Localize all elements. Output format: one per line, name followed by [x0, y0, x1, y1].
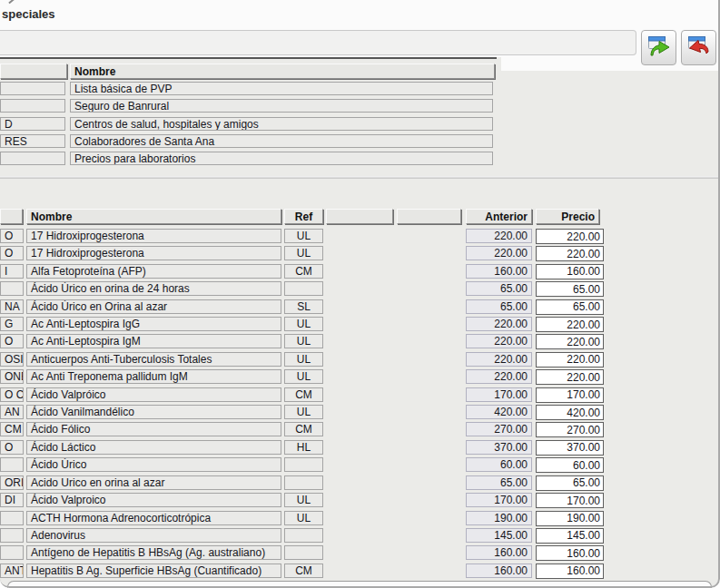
item-code-cell[interactable]: ORI: [0, 475, 24, 490]
export-button[interactable]: [641, 30, 676, 65]
item-precio-input[interactable]: [536, 352, 604, 368]
item-precio-input[interactable]: [536, 475, 604, 491]
item-row[interactable]: ANTHepatitis B Ag. Superficie HBsAg (Cua…: [0, 564, 720, 579]
price-list-row[interactable]: Seguro de Banrural: [0, 99, 496, 113]
item-precio-input[interactable]: [536, 264, 604, 279]
price-list-nombre-cell[interactable]: Seguro de Banrural: [70, 99, 493, 113]
item-nombre-cell[interactable]: Ac Anti Treponema pallidum IgM: [26, 369, 281, 384]
item-row[interactable]: Antígeno de Hepatitis B HBsAg (Ag. austr…: [0, 545, 720, 561]
item-code-cell[interactable]: O: [0, 440, 24, 455]
price-list-code-cell[interactable]: D: [0, 117, 65, 131]
item-row[interactable]: ONEAc Anti Treponema pallidum IgMUL220.0…: [0, 369, 720, 385]
item-code-cell[interactable]: [0, 511, 24, 525]
item-code-cell[interactable]: ANT: [0, 564, 24, 578]
item-code-cell[interactable]: CM: [0, 422, 24, 436]
item-nombre-cell[interactable]: Ácido Fólico: [26, 422, 281, 436]
items-header-ref[interactable]: Ref: [284, 209, 323, 224]
price-list-nombre-cell[interactable]: Precios para laboratorios: [70, 152, 493, 165]
item-code-cell[interactable]: [0, 281, 24, 296]
item-ref-cell[interactable]: CM: [284, 264, 323, 279]
item-row[interactable]: NAÁcido Úrico en Orina al azarSL65.00: [0, 299, 720, 315]
item-nombre-cell[interactable]: Antígeno de Hepatitis B HBsAg (Ag. austr…: [26, 545, 281, 560]
item-row[interactable]: O17 HidroxiprogesteronaUL220.00: [0, 246, 720, 261]
item-precio-input[interactable]: [536, 246, 604, 261]
price-list-code-cell[interactable]: [0, 152, 65, 165]
item-nombre-cell[interactable]: Ácido Úrico: [26, 457, 281, 472]
item-nombre-cell[interactable]: Ácido Láctico: [26, 440, 281, 455]
import-button[interactable]: [681, 30, 716, 65]
item-ref-cell[interactable]: [284, 545, 323, 560]
item-row[interactable]: O CMÁcido ValpróicoCM170.00: [0, 387, 720, 403]
lists-header-nombre[interactable]: Nombre: [70, 64, 495, 79]
item-precio-input[interactable]: [536, 528, 604, 544]
item-row[interactable]: O17 HidroxiprogesteronaUL220.00: [0, 229, 720, 244]
item-nombre-cell[interactable]: Ácido Úrico en Orina al azar: [26, 299, 281, 314]
item-code-cell[interactable]: [0, 457, 24, 472]
item-code-cell[interactable]: [0, 545, 24, 560]
lists-header-code[interactable]: [0, 64, 67, 79]
item-ref-cell[interactable]: [284, 281, 323, 296]
item-precio-input[interactable]: [536, 545, 604, 561]
item-code-cell[interactable]: AN: [0, 405, 24, 419]
item-code-cell[interactable]: G: [0, 317, 24, 331]
item-nombre-cell[interactable]: Ácido Valpróico: [26, 387, 281, 402]
price-list-row[interactable]: Lista básica de PVP: [0, 82, 496, 95]
item-row[interactable]: ORIAcido Urico en orina al azar65.00: [0, 475, 720, 491]
item-ref-cell[interactable]: CM: [284, 564, 323, 578]
item-precio-input[interactable]: [536, 493, 604, 508]
item-precio-input[interactable]: [536, 299, 604, 315]
item-row[interactable]: ANÁcido VanilmandélicoUL420.00: [0, 405, 720, 420]
items-header-anterior[interactable]: Anterior: [466, 209, 532, 224]
item-nombre-cell[interactable]: Acido Urico en orina al azar: [26, 475, 281, 490]
item-nombre-cell[interactable]: 17 Hidroxiprogesterona: [26, 246, 281, 260]
items-header-precio[interactable]: Precio: [536, 209, 599, 224]
price-list-nombre-cell[interactable]: Centros de salud, hospitales y amigos: [70, 117, 493, 131]
item-code-cell[interactable]: OSIS: [0, 352, 24, 367]
item-code-cell[interactable]: O CM: [0, 387, 24, 402]
item-ref-cell[interactable]: UL: [284, 511, 323, 525]
item-code-cell[interactable]: DI: [0, 493, 24, 507]
item-code-cell[interactable]: ONE: [0, 369, 24, 384]
item-nombre-cell[interactable]: Ac Anti-Leptospira IgM: [26, 334, 281, 348]
item-row[interactable]: Ácido Úrico en orina de 24 horas65.00: [0, 281, 720, 297]
item-nombre-cell[interactable]: Alfa Fetoproteína (AFP): [26, 264, 281, 279]
item-ref-cell[interactable]: SL: [284, 299, 323, 314]
price-list-code-cell[interactable]: [0, 82, 65, 95]
item-code-cell[interactable]: NA: [0, 299, 24, 314]
price-list-row[interactable]: Precios para laboratorios: [0, 152, 496, 165]
item-code-cell[interactable]: [0, 528, 24, 543]
price-list-code-cell[interactable]: [0, 99, 65, 113]
items-header-code[interactable]: [0, 209, 23, 224]
item-nombre-cell[interactable]: Adenovirus: [26, 528, 281, 543]
item-ref-cell[interactable]: UL: [284, 405, 323, 419]
price-list-code-cell[interactable]: RES: [0, 134, 65, 148]
item-ref-cell[interactable]: [284, 528, 323, 543]
item-precio-input[interactable]: [536, 369, 604, 385]
item-row[interactable]: OÁcido LácticoHL370.00: [0, 440, 720, 456]
item-nombre-cell[interactable]: 17 Hidroxiprogesterona: [26, 229, 281, 243]
items-header-blank-1[interactable]: [326, 209, 393, 224]
item-nombre-cell[interactable]: Hepatitis B Ag. Superficie HBsAg (Cuanti…: [26, 564, 281, 578]
item-ref-cell[interactable]: CM: [284, 422, 323, 436]
item-ref-cell[interactable]: UL: [284, 369, 323, 384]
item-nombre-cell[interactable]: ACTH Hormona Adrenocorticotrópica: [26, 511, 281, 525]
item-nombre-cell[interactable]: Ácido Valproico: [26, 493, 281, 507]
item-row[interactable]: DIÁcido ValproicoUL170.00: [0, 493, 720, 508]
item-row[interactable]: OSISAnticuerpos Anti-Tuberculosis Totale…: [0, 352, 720, 368]
item-precio-input[interactable]: [536, 440, 604, 456]
price-list-nombre-cell[interactable]: Colaboradores de Santa Ana: [70, 134, 493, 148]
item-nombre-cell[interactable]: Ac Anti-Leptospira IgG: [26, 317, 281, 331]
item-precio-input[interactable]: [536, 281, 604, 297]
item-precio-input[interactable]: [536, 405, 604, 420]
item-precio-input[interactable]: [536, 317, 604, 332]
item-ref-cell[interactable]: [284, 457, 323, 472]
item-row[interactable]: Adenovirus145.00: [0, 528, 720, 544]
item-precio-input[interactable]: [536, 511, 604, 526]
price-list-nombre-cell[interactable]: Lista básica de PVP: [70, 82, 493, 95]
item-ref-cell[interactable]: HL: [284, 440, 323, 455]
item-row[interactable]: ACTH Hormona AdrenocorticotrópicaUL190.0…: [0, 511, 720, 526]
price-list-row[interactable]: RESColaboradores de Santa Ana: [0, 134, 496, 148]
item-row[interactable]: OAc Anti-Leptospira IgMUL220.00: [0, 334, 720, 349]
item-ref-cell[interactable]: UL: [284, 334, 323, 348]
item-precio-input[interactable]: [536, 387, 604, 403]
